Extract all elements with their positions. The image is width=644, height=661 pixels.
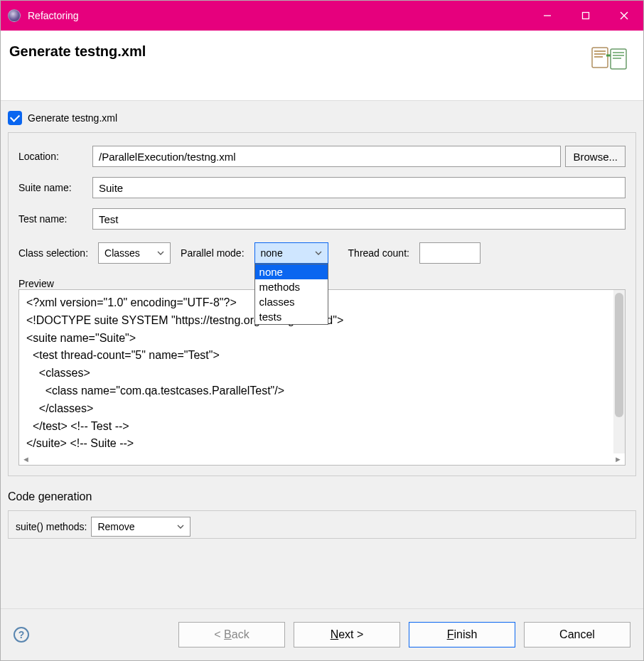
eclipse-icon xyxy=(8,9,21,22)
options-row: Class selection: Classes Parallel mode: … xyxy=(18,242,626,264)
parallel-mode-dropdown: none methods classes tests xyxy=(254,264,328,325)
svg-rect-6 xyxy=(594,53,606,55)
settings-group: Location: Browse... Suite name: Test nam… xyxy=(8,132,636,476)
cancel-button[interactable]: Cancel xyxy=(524,622,630,647)
parallel-option-none[interactable]: none xyxy=(255,264,328,279)
finish-button[interactable]: Finish xyxy=(409,622,515,647)
parallel-mode-value: none xyxy=(261,247,283,259)
minimize-button[interactable] xyxy=(528,1,567,31)
parallel-option-tests[interactable]: tests xyxy=(255,309,328,324)
next-button[interactable]: Next > xyxy=(294,622,400,647)
suite-methods-row: suite() methods: Remove xyxy=(16,517,628,537)
suite-name-label: Suite name: xyxy=(18,182,88,193)
parallel-mode-label: Parallel mode: xyxy=(181,247,245,259)
location-row: Location: Browse... xyxy=(18,146,626,167)
svg-rect-1 xyxy=(583,13,589,19)
suite-name-row: Suite name: xyxy=(18,177,626,198)
browse-button[interactable]: Browse... xyxy=(565,146,626,167)
svg-rect-11 xyxy=(613,58,621,59)
next-mnemonic: N xyxy=(331,628,339,640)
finish-suffix: inish xyxy=(454,628,477,640)
scroll-right-arrow-icon[interactable]: ► xyxy=(614,455,622,463)
chevron-down-icon xyxy=(157,249,164,257)
svg-rect-10 xyxy=(613,55,624,56)
class-selection-value: Classes xyxy=(104,247,140,259)
parallel-option-methods[interactable]: methods xyxy=(255,279,328,294)
finish-mnemonic: F xyxy=(447,628,454,640)
test-name-label: Test name: xyxy=(18,213,88,225)
class-selection-select[interactable]: Classes xyxy=(98,242,171,264)
thread-count-label: Thread count: xyxy=(348,247,409,259)
generate-checkbox-label: Generate testng.xml xyxy=(28,112,117,124)
parallel-mode-select[interactable]: none none methods classes tests xyxy=(254,242,328,264)
main-content: Generate testng.xml Location: Browse... … xyxy=(1,101,643,608)
suite-methods-select[interactable]: Remove xyxy=(91,517,190,537)
svg-rect-7 xyxy=(594,56,603,58)
class-selection-label: Class selection: xyxy=(18,247,88,259)
vertical-scrollbar[interactable] xyxy=(613,290,625,453)
next-suffix: ext > xyxy=(338,628,363,640)
wizard-icon xyxy=(591,43,628,72)
scrollbar-thumb[interactable] xyxy=(615,293,623,417)
window-controls xyxy=(528,1,643,31)
test-name-input[interactable] xyxy=(92,208,626,230)
svg-rect-5 xyxy=(594,50,606,52)
location-label: Location: xyxy=(18,151,88,162)
maximize-button[interactable] xyxy=(567,1,605,31)
back-button[interactable]: < Back xyxy=(178,622,285,647)
location-input[interactable] xyxy=(92,146,561,167)
chevron-down-icon xyxy=(177,521,184,532)
titlebar-left: Refactoring xyxy=(8,9,79,22)
parallel-option-classes[interactable]: classes xyxy=(255,294,328,309)
help-button[interactable]: ? xyxy=(14,627,29,643)
dialog-footer: ? < Back Next > Finish Cancel xyxy=(1,608,643,660)
suite-methods-label: suite() methods: xyxy=(16,521,87,532)
thread-count-input[interactable] xyxy=(419,242,481,264)
dialog-header: Generate testng.xml xyxy=(1,31,643,101)
generate-checkbox-row: Generate testng.xml xyxy=(8,108,636,132)
close-button[interactable] xyxy=(605,1,643,31)
suite-name-input[interactable] xyxy=(92,177,626,198)
svg-rect-9 xyxy=(613,52,624,53)
test-name-row: Test name: xyxy=(18,208,626,230)
page-title: Generate testng.xml xyxy=(9,43,146,60)
horizontal-scrollbar[interactable]: ◄ ► xyxy=(19,453,625,465)
codegen-group: suite() methods: Remove xyxy=(8,510,636,539)
codegen-label: Code generation xyxy=(8,490,636,503)
scroll-left-arrow-icon[interactable]: ◄ xyxy=(22,455,30,463)
window-title: Refactoring xyxy=(28,10,79,21)
titlebar: Refactoring xyxy=(1,1,643,31)
generate-checkbox[interactable] xyxy=(8,111,22,125)
suite-methods-value: Remove xyxy=(97,521,134,532)
chevron-down-icon xyxy=(315,249,322,257)
